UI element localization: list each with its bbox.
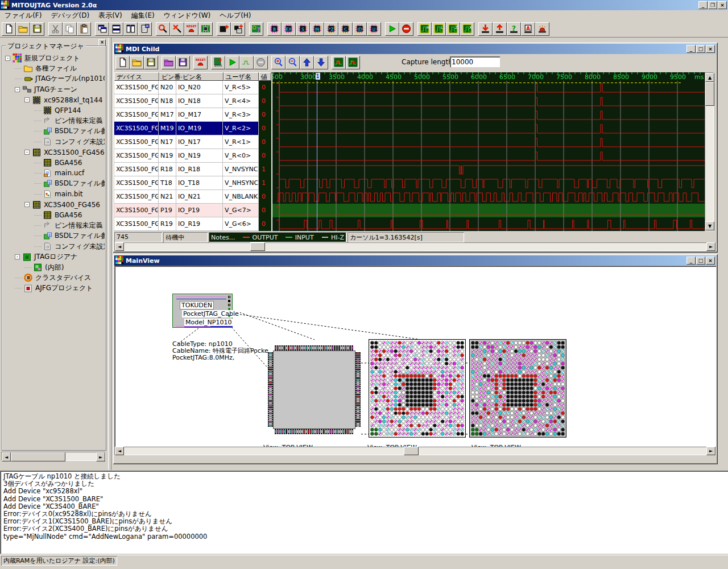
mainview-close-button[interactable]: × [706, 257, 715, 265]
tree-expand-icon[interactable]: - [5, 56, 10, 61]
add-device-button[interactable] [217, 22, 231, 36]
signal-row-V_R<5>[interactable]: XC3S1500_FG456N20IO_N20V_R<5>0 [114, 81, 260, 94]
tile-horizontal-button[interactable] [109, 22, 123, 36]
scroll-right-icon[interactable]: ► [706, 242, 715, 251]
tree-item-新規プロジェクト[interactable]: -新規プロジェクト [5, 53, 80, 63]
cascade-windows-button[interactable] [95, 22, 109, 36]
scroll-up-icon[interactable]: ▲ [705, 73, 714, 82]
signal-row-V_R<2>[interactable]: XC3S1500_FG456M19IO_M19V_R<2>0 [114, 122, 260, 135]
reset-button[interactable]: RESET [193, 56, 208, 69]
chip-usercode-button[interactable]: U [367, 22, 381, 36]
board-autodetect-button[interactable] [198, 22, 213, 36]
scroll-thumb[interactable] [404, 447, 419, 455]
signal-row-V_NVSYNC[interactable]: XC3S1500_FG456R18IO_R18V_NVSYNC1 [114, 163, 260, 176]
run-button[interactable] [385, 22, 399, 36]
save-waveform-button[interactable] [176, 56, 190, 69]
download-to-device-button[interactable] [478, 22, 493, 36]
chip-sample-button[interactable]: S [296, 22, 310, 36]
signal-row-V_NHSYNC[interactable]: XC3S1500_FG456T18IO_T18V_NHSYNC1 [114, 176, 260, 190]
move-down-button[interactable] [314, 56, 328, 69]
tree-item-BSDLファイル参照[interactable]: BBSDLファイル参照 [34, 231, 105, 241]
jtag-reset-button[interactable]: RESET [184, 22, 198, 36]
menu-item-4[interactable]: ウィンドウ(W) [159, 10, 216, 22]
menu-item-1[interactable]: デバッグ(D) [46, 10, 94, 22]
column-header-0[interactable]: デバイス [114, 72, 159, 81]
tree-item-JTAGチェーン[interactable]: -JTAGチェーン [15, 84, 77, 94]
board-scan-button[interactable]: ? [249, 22, 263, 36]
minimize-button[interactable]: _ [698, 1, 708, 9]
tree-item-JTAGケーブル(np1010)[interactable]: JTAGケーブル(np1010) [15, 74, 105, 84]
tree-item-JTAGロジアナ[interactable]: -JTAGロジアナ [15, 252, 77, 262]
column-header-1[interactable]: ピン番·ピン名 [159, 72, 224, 81]
tree-expand-icon[interactable]: - [24, 202, 30, 207]
properties-button[interactable] [138, 22, 152, 36]
signal-row-V_R<4>[interactable]: XC3S1500_FG456N18IO_N18V_R<4>0 [114, 94, 260, 108]
menu-item-5[interactable]: ヘルプ(H) [215, 10, 255, 22]
tree-item-コンフィグ未設定[interactable]: コンフィグ未設定 [34, 241, 105, 251]
tree-item-ピン情報未定義[interactable]: ピン情報未定義 [34, 220, 103, 230]
zoom-out-button[interactable] [286, 56, 300, 69]
tree-item-QFP144[interactable]: QFP144 [34, 105, 81, 116]
tree-item-xc95288xl_tq144[interactable]: -xc95288xl_tq144 [24, 95, 102, 105]
scroll-thumb[interactable] [705, 82, 714, 106]
scroll-thumb[interactable] [11, 452, 65, 461]
device-program-button[interactable]: A [521, 22, 535, 36]
logana-minimize-button[interactable]: _ [686, 45, 696, 53]
scroll-left-icon[interactable]: ◄ [115, 242, 124, 251]
paste-button[interactable] [77, 22, 91, 36]
tree-item-XC3S1500_FG456[interactable]: -XC3S1500_FG456 [24, 147, 105, 158]
device-package-qfp[interactable] [267, 345, 361, 436]
scroll-right-icon[interactable]: ► [706, 447, 715, 455]
scroll-right-icon[interactable]: ► [96, 452, 105, 461]
waveform-traces[interactable] [272, 81, 705, 231]
open-file-button[interactable] [16, 22, 30, 36]
scroll-left-icon[interactable]: ◄ [2, 452, 11, 461]
scroll-thumb[interactable] [250, 242, 265, 251]
device-alarm-button[interactable] [535, 22, 549, 36]
open-waveform-button[interactable] [162, 56, 176, 69]
tree-expand-icon[interactable]: - [24, 150, 30, 155]
tree-item-BSDLファイル参照[interactable]: BBSDLファイル参照 [34, 179, 105, 189]
menu-item-0[interactable]: ファイル(F) [0, 10, 46, 22]
pin-toggle-button[interactable]: X [460, 22, 474, 36]
cut-button[interactable] [48, 22, 63, 36]
mainview-maximize-button[interactable]: □ [696, 257, 705, 265]
stop-capture-button[interactable] [254, 56, 268, 69]
pin-highz-button[interactable]: Z [446, 22, 460, 36]
add-device-file-button[interactable] [231, 22, 245, 36]
waveform-hscrollbar[interactable]: ◄ ► [114, 242, 716, 251]
tree-item-BGA456[interactable]: BGA456 [34, 158, 82, 168]
cursor-flag[interactable]: 1 [316, 73, 320, 80]
scroll-down-icon[interactable]: ▼ [705, 221, 714, 230]
signal-row-V_R<0>[interactable]: XC3S1500_FG456N19IO_N19V_R<0>0 [114, 149, 260, 163]
chip-highz-button[interactable]: *Z [324, 22, 338, 36]
zoom-in-button[interactable] [271, 56, 286, 69]
chip-idcode-button[interactable]: ID [353, 22, 367, 36]
menu-item-2[interactable]: 表示(V) [94, 10, 127, 22]
signal-row-V_G<6>[interactable]: XC3S1500_FG456R19IO_R19V_G<6>0 [114, 217, 260, 231]
mainview-canvas[interactable]: TOKUDEN PocketJTAG_Cable Model_NP1010 Ca… [114, 266, 716, 447]
project-tree-hscrollbar[interactable]: ◄ ► [1, 452, 106, 461]
signal-row-V_R<3>[interactable]: XC3S1500_FG456M17IO_M17V_R<3>0 [114, 108, 260, 122]
save-button[interactable] [144, 56, 158, 69]
cable-connect-button[interactable] [156, 22, 170, 36]
save-file-button[interactable] [30, 22, 44, 36]
shift-right-button[interactable] [346, 56, 360, 69]
device-help-button[interactable]: ? [507, 22, 521, 36]
tree-item-(内部)[interactable]: (内部) [24, 262, 64, 273]
tree-expand-icon[interactable]: - [15, 87, 20, 92]
mainview-hscrollbar[interactable]: ◄ ► [114, 447, 716, 455]
scroll-left-icon[interactable]: ◄ [115, 447, 124, 455]
notes-label[interactable]: Notes... [211, 234, 235, 241]
tree-item-XC3S400_FG456[interactable]: -XC3S400_FG456 [24, 200, 100, 210]
column-header-3[interactable]: 値 [259, 72, 271, 81]
waveform-panel[interactable]: 2500300035004000450050005500600065007000… [272, 72, 705, 231]
signal-table[interactable]: デバイスピン番·ピン名ユーザ名値XC3S1500_FG456N20IO_N20V… [114, 72, 272, 231]
trigger-setup-button[interactable] [239, 56, 254, 69]
chip-intest-button[interactable]: IN [310, 22, 324, 36]
tree-item-コンフィグ未設定[interactable]: コンフィグ未設定 [34, 137, 105, 147]
device-package-bga-hatched[interactable] [369, 339, 466, 439]
logana-maximize-button[interactable]: □ [696, 45, 705, 53]
jtag-cable-node[interactable]: TOKUDEN PocketJTAG_Cable Model_NP1010 [172, 294, 233, 328]
tree-item-BSDLファイル参照[interactable]: BBSDLファイル参照 [34, 126, 105, 137]
